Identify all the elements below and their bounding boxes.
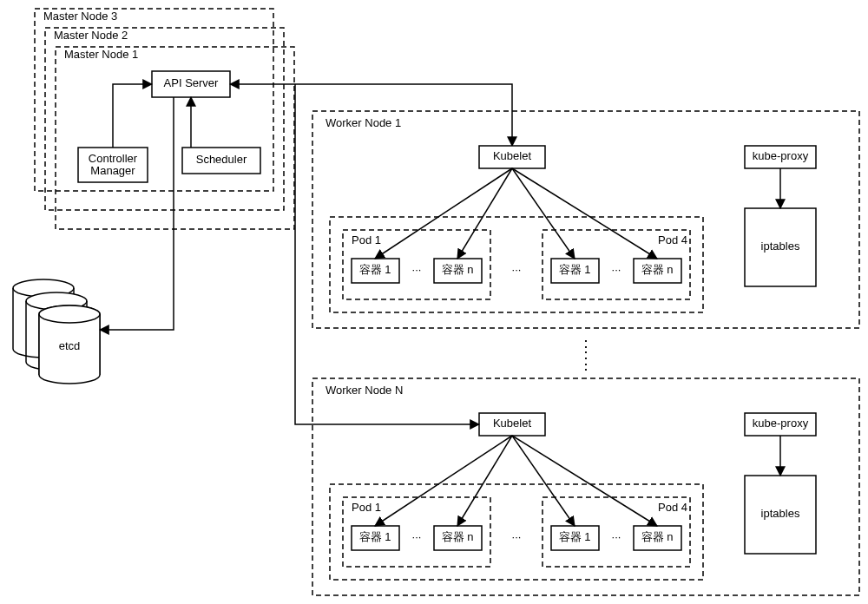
worker1-pod1-label: Pod 1 xyxy=(352,233,381,246)
master3-label: Master Node 3 xyxy=(43,10,117,23)
etcd-store: etcd xyxy=(13,279,100,384)
arrow-api-kubelet1 xyxy=(230,84,512,146)
worker1-title: Worker Node 1 xyxy=(326,116,401,129)
arrow-controller-api xyxy=(113,84,152,148)
wN-p1-cn: 容器 n xyxy=(442,530,474,543)
dots-1mid: ··· xyxy=(512,263,522,276)
dots-Nb: ··· xyxy=(612,530,621,543)
iptablesN-label: iptables xyxy=(761,507,800,520)
w1-p1-cn: 容器 n xyxy=(442,263,474,276)
w1-p1-c1: 容器 1 xyxy=(359,263,391,276)
scheduler-label: Scheduler xyxy=(196,153,247,166)
k8s-architecture-diagram: Master Node 3 Master Node 2 Master Node … xyxy=(0,0,868,604)
kubeproxy1-label: kube-proxy xyxy=(753,149,809,162)
workerN-pod4-label: Pod 4 xyxy=(658,501,687,514)
iptables1-label: iptables xyxy=(761,240,800,253)
dots-1a: ··· xyxy=(412,263,422,276)
dots-Na: ··· xyxy=(412,530,422,543)
api-server-label: API Server xyxy=(164,76,220,89)
etcd-label: etcd xyxy=(59,339,81,352)
dots-1b: ··· xyxy=(612,263,621,276)
dots-Nmid: ··· xyxy=(512,530,522,543)
vdots-workers-2: ⋮ xyxy=(578,355,594,372)
worker1-pod4-label: Pod 4 xyxy=(658,233,687,246)
arrow-kN-c2 xyxy=(457,436,512,526)
wN-p1-c1: 容器 1 xyxy=(359,530,391,543)
arrow-kN-c1 xyxy=(375,436,512,526)
vdots-workers-1: ⋮ xyxy=(578,338,594,355)
workerN-title: Worker Node N xyxy=(326,384,403,397)
worker-node-1: Worker Node 1 Kubelet kube-proxy iptable… xyxy=(312,111,859,328)
master2-label: Master Node 2 xyxy=(54,29,128,42)
worker-node-n: Worker Node N Kubelet kube-proxy iptable… xyxy=(312,378,859,595)
arrow-kN-c4 xyxy=(512,436,657,526)
master-cluster: Master Node 3 Master Node 2 Master Node … xyxy=(35,9,294,229)
kubelet1-label: Kubelet xyxy=(493,149,531,162)
svg-point-7 xyxy=(39,305,100,323)
w1-p4-c1: 容器 1 xyxy=(559,263,591,276)
master1-label: Master Node 1 xyxy=(64,48,138,61)
arrow-k1-c2 xyxy=(457,168,512,259)
arrow-api-etcd xyxy=(100,97,174,330)
wN-p4-cn: 容器 n xyxy=(641,530,674,543)
controller-manager-label1: Controller xyxy=(89,152,138,165)
arrow-api-kubeletN xyxy=(295,84,479,424)
wN-p4-c1: 容器 1 xyxy=(559,530,591,543)
arrow-k1-c3 xyxy=(512,168,575,259)
arrow-kN-c3 xyxy=(512,436,575,526)
workerN-pod1-label: Pod 1 xyxy=(352,501,381,514)
arrow-k1-c4 xyxy=(512,168,657,259)
kubeletN-label: Kubelet xyxy=(493,417,531,430)
kubeproxyN-label: kube-proxy xyxy=(753,417,809,430)
w1-p4-cn: 容器 n xyxy=(641,263,674,276)
controller-manager-label2: Manager xyxy=(90,164,135,177)
arrow-k1-c1 xyxy=(375,168,512,259)
